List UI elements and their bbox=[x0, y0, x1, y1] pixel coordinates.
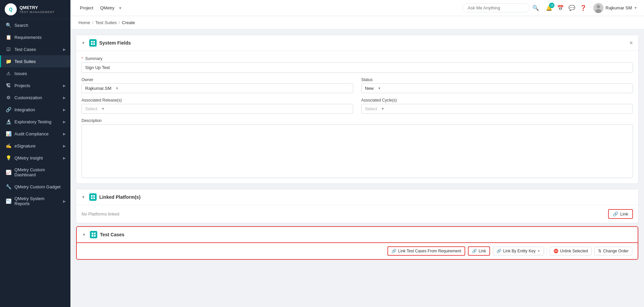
svg-point-2 bbox=[595, 9, 601, 13]
topbar-action-icons: 🔔 15 📅 💬 ❓ bbox=[546, 5, 587, 11]
breadcrumb-test-suites[interactable]: Test Suites bbox=[95, 20, 117, 25]
link-from-req-button[interactable]: 🔗 Link Test Cases From Requirement bbox=[387, 246, 465, 256]
svg-rect-11 bbox=[92, 233, 93, 234]
owner-label: Owner bbox=[82, 77, 353, 82]
breadcrumb-home[interactable]: Home bbox=[78, 20, 90, 25]
link-tc-label: Link bbox=[479, 249, 486, 253]
sidebar-item-issues[interactable]: ⚠ Issues bbox=[0, 67, 70, 79]
link-platform-button[interactable]: 🔗 Link bbox=[608, 209, 633, 219]
sidebar-item-search[interactable]: 🔍 Search bbox=[0, 19, 70, 31]
sidebar-item-custom-gadget[interactable]: 🔧 QMetry Custom Gadget bbox=[0, 181, 70, 193]
cycle-select[interactable]: Select ▼ bbox=[361, 104, 633, 114]
linked-platforms-title: Linked Platform(s) bbox=[99, 194, 141, 200]
summary-field-group: * Summary bbox=[82, 56, 633, 73]
system-fields-icon bbox=[89, 39, 97, 47]
status-select[interactable]: New ▼ bbox=[361, 83, 633, 93]
help-icon[interactable]: ❓ bbox=[580, 5, 587, 11]
change-order-button[interactable]: ⇅ Change Order bbox=[594, 247, 632, 255]
chevron-right-icon: ▶ bbox=[63, 108, 66, 112]
topbar-search-icon[interactable]: 🔍 bbox=[532, 5, 539, 11]
description-field-group: Description bbox=[82, 118, 633, 178]
unlink-selected-button[interactable]: ⛔ Unlink Selected bbox=[550, 247, 592, 255]
test-suites-icon: 📁 bbox=[6, 59, 11, 64]
reports-icon: 📉 bbox=[6, 198, 11, 204]
change-order-icon: ⇅ bbox=[598, 249, 601, 253]
chevron-right-icon: ▶ bbox=[63, 120, 66, 124]
svg-rect-7 bbox=[91, 195, 93, 197]
requirements-icon: 📋 bbox=[6, 35, 11, 40]
chevron-down-icon: ▼ bbox=[82, 41, 85, 45]
chevron-right-icon: ▶ bbox=[63, 132, 66, 136]
sidebar-item-audit-compliance[interactable]: 📊 Audit Compliance ▶ bbox=[0, 128, 70, 140]
notification-icon[interactable]: 🔔 15 bbox=[546, 5, 552, 11]
release-select[interactable]: Select ▼ bbox=[82, 104, 353, 114]
status-value: New bbox=[365, 86, 374, 91]
form-body: * Summary Owner Rajkumar.SM ▼ bbox=[76, 51, 638, 183]
audit-compliance-icon: 📊 bbox=[6, 131, 11, 136]
unlink-icon: ⛔ bbox=[553, 249, 558, 253]
notification-badge: 15 bbox=[549, 3, 554, 8]
sidebar-item-exploratory-testing[interactable]: 🔬 Exploratory Testing ▶ bbox=[0, 116, 70, 128]
svg-rect-14 bbox=[94, 235, 96, 237]
sidebar-item-requirements[interactable]: 📋 Requirements bbox=[0, 31, 70, 43]
sidebar-item-label: QMetry System Reports bbox=[14, 196, 60, 206]
chevron-down-icon: ▼ bbox=[82, 233, 86, 237]
sidebar-logo: Q QMETRY TEST MANAGEMENT bbox=[0, 0, 70, 19]
sidebar-item-label: Audit Compliance bbox=[14, 131, 49, 136]
user-menu[interactable]: Rajkumar SM ▼ bbox=[593, 3, 637, 13]
description-input[interactable] bbox=[82, 124, 633, 178]
chevron-right-icon: ▶ bbox=[63, 199, 66, 203]
sidebar-item-projects[interactable]: 🏗 Projects ▶ bbox=[0, 79, 70, 91]
sidebar-item-label: Test Cases bbox=[14, 47, 36, 52]
topbar-search-area: 🔍 bbox=[463, 3, 539, 12]
chevron-right-icon: ▶ bbox=[63, 84, 66, 87]
sidebar-item-integration[interactable]: 🔗 Integration ▶ bbox=[0, 104, 70, 116]
summary-input[interactable] bbox=[82, 62, 633, 73]
release-placeholder: Select bbox=[85, 106, 97, 111]
sidebar-item-esignature[interactable]: ✍ eSignature ▶ bbox=[0, 140, 70, 152]
system-fields-card: ▼ System Fields × * bbox=[76, 35, 639, 184]
link-icon: 🔗 bbox=[613, 211, 618, 217]
cycle-field-group: Associated Cycle(s) Select ▼ bbox=[361, 98, 633, 114]
user-dropdown-icon[interactable]: ▼ bbox=[634, 6, 637, 10]
change-order-label: Change Order bbox=[603, 249, 629, 253]
sidebar-item-label: Requirements bbox=[14, 35, 42, 40]
svg-rect-8 bbox=[93, 195, 95, 197]
sidebar: Q QMETRY TEST MANAGEMENT 🔍 Search 📋 Requ… bbox=[0, 0, 70, 307]
sidebar-item-label: Projects bbox=[14, 83, 30, 88]
ask-anything-input[interactable] bbox=[463, 3, 530, 12]
sidebar-item-custom-dashboard[interactable]: 📈 QMetry Custom Dashboard bbox=[0, 164, 70, 181]
project-name[interactable]: QMetry bbox=[97, 4, 117, 12]
link-by-entity-button[interactable]: 🔗 Link By Entity Key ▼ bbox=[493, 247, 544, 255]
sidebar-item-qmetry-insight[interactable]: 💡 QMetry Insight ▶ bbox=[0, 152, 70, 164]
svg-rect-12 bbox=[94, 233, 96, 234]
sidebar-item-test-cases[interactable]: ☑ Test Cases ▶ bbox=[0, 43, 70, 55]
chat-icon[interactable]: 💬 bbox=[569, 5, 575, 11]
link-tc-button[interactable]: 🔗 Link bbox=[468, 246, 490, 256]
svg-rect-9 bbox=[91, 197, 93, 199]
sidebar-item-system-reports[interactable]: 📉 QMetry System Reports ▶ bbox=[0, 193, 70, 209]
close-button[interactable]: × bbox=[629, 40, 633, 47]
sidebar-item-customization[interactable]: ⚙ Customization ▶ bbox=[0, 91, 70, 104]
linked-platforms-header[interactable]: ▼ Linked Platform(s) bbox=[76, 189, 638, 205]
project-dropdown-icon[interactable]: ▼ bbox=[118, 6, 122, 10]
customization-icon: ⚙ bbox=[6, 95, 11, 100]
user-name: Rajkumar SM bbox=[605, 5, 632, 10]
test-cases-header[interactable]: ▼ Test Cases bbox=[76, 226, 638, 243]
sidebar-item-test-suites[interactable]: 📁 Test Suites bbox=[0, 55, 70, 67]
calendar-icon[interactable]: 📅 bbox=[557, 5, 564, 11]
breadcrumb-current: Create bbox=[122, 20, 135, 25]
insight-icon: 💡 bbox=[6, 155, 11, 161]
sidebar-item-label: QMetry Insight bbox=[14, 156, 43, 161]
project-link[interactable]: Project bbox=[77, 4, 96, 12]
owner-select[interactable]: Rajkumar.SM ▼ bbox=[82, 83, 353, 93]
sidebar-item-label: Integration bbox=[14, 107, 35, 112]
sidebar-item-label: Search bbox=[14, 23, 28, 28]
svg-rect-3 bbox=[91, 41, 93, 43]
release-field-group: Associated Release(s) Select ▼ bbox=[82, 98, 353, 114]
system-fields-header[interactable]: ▼ System Fields × bbox=[76, 35, 638, 51]
link-btn-label: Link bbox=[620, 211, 628, 217]
cycle-caret-icon: ▼ bbox=[381, 107, 384, 111]
owner-caret-icon: ▼ bbox=[115, 86, 119, 90]
sidebar-item-label: QMetry Custom Gadget bbox=[14, 184, 60, 189]
